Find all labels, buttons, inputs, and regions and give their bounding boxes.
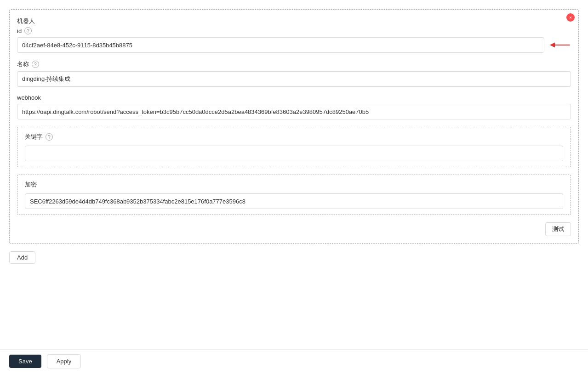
close-button[interactable]: × <box>566 13 575 22</box>
webhook-label: webhook <box>17 94 571 101</box>
card-title: 机器人 <box>17 17 571 25</box>
id-label: id ? <box>17 27 571 34</box>
card-title-text: 机器人 <box>17 17 35 25</box>
name-label: 名称 ? <box>17 60 571 68</box>
keyword-help-badge[interactable]: ? <box>46 133 53 141</box>
add-button[interactable]: Add <box>9 251 35 264</box>
name-help-badge[interactable]: ? <box>32 61 39 68</box>
red-arrow-icon <box>549 41 571 49</box>
keyword-subsection: 关键字 ? <box>17 127 571 167</box>
save-button[interactable]: Save <box>9 355 41 368</box>
webhook-field-group: webhook <box>17 94 571 119</box>
test-button-row: 测试 <box>17 222 571 236</box>
main-content: 机器人 × id ? <box>0 0 588 349</box>
id-help-badge[interactable]: ? <box>24 27 32 34</box>
name-input[interactable] <box>17 71 571 87</box>
keyword-input[interactable] <box>25 146 563 161</box>
encrypt-subsection: 加密 <box>17 175 571 215</box>
apply-button[interactable]: Apply <box>47 354 81 368</box>
webhook-input[interactable] <box>17 104 571 119</box>
encrypt-title: 加密 <box>25 181 563 189</box>
name-field-group: 名称 ? <box>17 60 571 87</box>
keyword-title: 关键字 ? <box>25 133 563 141</box>
test-button[interactable]: 测试 <box>545 222 571 236</box>
id-input[interactable] <box>17 37 544 53</box>
footer-bar: Save Apply <box>0 349 588 373</box>
robot-section-card: 机器人 × id ? <box>9 9 579 244</box>
encrypt-input[interactable] <box>25 193 563 209</box>
add-button-row: Add <box>9 251 579 264</box>
id-field-group: id ? <box>17 27 571 53</box>
